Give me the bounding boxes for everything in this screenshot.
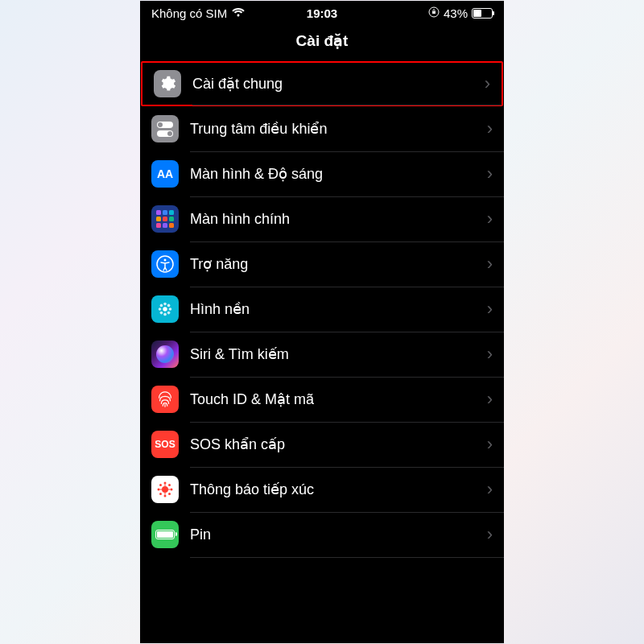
settings-list: Cài đặt chung › Trung tâm điều khiển › A…: [140, 61, 504, 557]
exposure-icon: [151, 476, 179, 503]
svg-point-19: [159, 493, 162, 495]
status-right: 43%: [428, 6, 493, 20]
wifi-icon: [232, 6, 245, 20]
settings-row-siri[interactable]: Siri & Tìm kiếm ›: [140, 332, 504, 377]
chevron-right-icon: ›: [487, 299, 493, 320]
chevron-right-icon: ›: [487, 524, 493, 545]
battery-row-icon: [151, 521, 179, 548]
svg-point-7: [169, 308, 172, 311]
home-screen-icon: [151, 205, 179, 233]
wallpaper-icon: [151, 295, 179, 323]
svg-point-10: [160, 312, 163, 315]
row-label: Màn hình chính: [190, 211, 487, 228]
row-label: Siri & Tìm kiếm: [190, 345, 487, 363]
row-label: SOS khẩn cấp: [190, 436, 487, 453]
svg-point-13: [164, 482, 167, 485]
orientation-lock-icon: [428, 6, 440, 20]
row-label: Hình nền: [190, 300, 487, 318]
row-label: Pin: [190, 526, 487, 543]
control-center-icon: [151, 115, 179, 142]
svg-point-18: [168, 484, 171, 486]
battery-icon: [472, 8, 493, 19]
chevron-right-icon: ›: [487, 344, 493, 365]
carrier-text: Không có SIM: [151, 6, 227, 20]
settings-row-display[interactable]: AA Màn hình & Độ sáng ›: [140, 151, 504, 196]
svg-point-2: [164, 259, 167, 262]
touch-id-icon: [151, 386, 179, 413]
row-label: Touch ID & Mật mã: [190, 390, 487, 408]
chevron-right-icon: ›: [487, 208, 493, 229]
row-label: Cài đặt chung: [192, 75, 485, 93]
chevron-right-icon: ›: [487, 389, 493, 410]
settings-row-home-screen[interactable]: Màn hình chính ›: [140, 196, 504, 242]
svg-point-14: [164, 495, 167, 497]
accessibility-icon: [151, 250, 179, 278]
settings-row-touch-id[interactable]: Touch ID & Mật mã ›: [140, 377, 504, 422]
svg-point-5: [163, 313, 167, 316]
status-time: 19:03: [307, 6, 337, 20]
chevron-right-icon: ›: [487, 163, 493, 184]
svg-point-8: [160, 304, 163, 308]
svg-point-4: [163, 303, 167, 306]
settings-row-accessibility[interactable]: Trợ năng ›: [140, 242, 504, 287]
svg-point-3: [163, 307, 167, 312]
settings-row-control-center[interactable]: Trung tâm điều khiển ›: [140, 106, 504, 151]
settings-row-exposure[interactable]: Thông báo tiếp xúc ›: [140, 467, 504, 512]
gear-icon: [154, 70, 181, 97]
status-bar: Không có SIM 19:03 43%: [140, 1, 504, 25]
svg-point-16: [171, 489, 173, 491]
siri-icon: [151, 341, 179, 368]
settings-row-sos[interactable]: SOS SOS khẩn cấp ›: [140, 422, 504, 467]
status-left: Không có SIM: [151, 6, 245, 20]
phone-screen: Không có SIM 19:03 43% Cài đặt Cài đặt c…: [140, 1, 504, 643]
settings-row-general[interactable]: Cài đặt chung ›: [141, 61, 503, 106]
battery-percentage: 43%: [444, 6, 468, 20]
sos-icon: SOS: [151, 431, 179, 458]
row-label: Trợ năng: [190, 255, 487, 273]
svg-point-20: [168, 493, 171, 495]
row-label: Thông báo tiếp xúc: [190, 481, 487, 498]
page-title: Cài đặt: [140, 25, 504, 61]
chevron-right-icon: ›: [487, 434, 493, 455]
display-icon: AA: [151, 160, 179, 188]
chevron-right-icon: ›: [487, 254, 493, 275]
row-label: Trung tâm điều khiển: [190, 120, 487, 138]
svg-point-15: [158, 489, 160, 491]
chevron-right-icon: ›: [487, 479, 493, 500]
settings-row-wallpaper[interactable]: Hình nền ›: [140, 287, 504, 332]
svg-point-11: [167, 312, 171, 315]
svg-point-12: [162, 486, 168, 493]
svg-point-9: [167, 304, 171, 308]
svg-point-6: [159, 308, 162, 311]
settings-row-battery[interactable]: Pin ›: [140, 512, 504, 557]
row-label: Màn hình & Độ sáng: [190, 165, 487, 183]
chevron-right-icon: ›: [487, 118, 493, 139]
chevron-right-icon: ›: [485, 73, 490, 94]
svg-point-17: [159, 484, 162, 486]
